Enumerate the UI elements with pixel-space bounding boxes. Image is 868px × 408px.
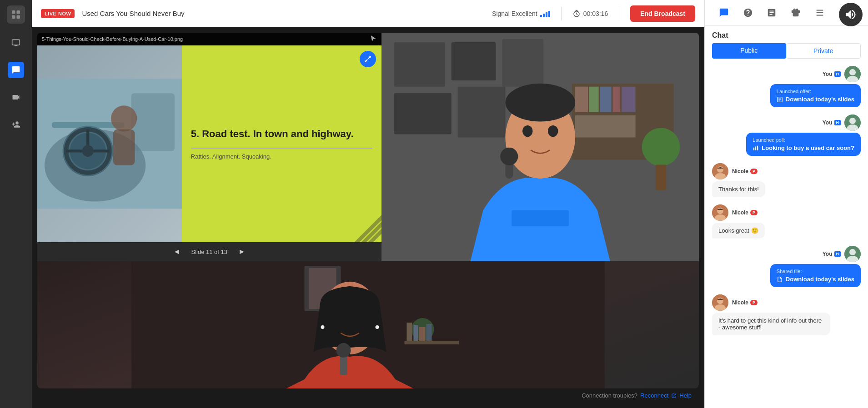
msg-meta-file: You H [823,246,861,262]
svg-point-53 [335,316,343,325]
chat-message-file: You H Shared file: Download today's slid… [712,246,861,287]
nicole-avatar-svg2 [712,204,728,221]
msg-meta-nicole3: Nicole P [712,294,758,311]
cursor-icon [370,35,377,43]
chat-header: Chat [705,26,868,43]
topbar: LIVE NOW Used Cars You Should Never Buy … [32,0,704,27]
file-link[interactable]: Download today's slides [777,276,854,283]
svg-rect-13 [113,129,135,165]
nicole-avatar-1 [712,163,728,179]
slide-nav: ◄ Slide 11 of 13 ► [37,242,381,261]
slide-filename: 5-Things-You-Should-Check-Before-Buying-… [42,36,183,42]
topbar-divider [561,7,562,20]
svg-point-76 [849,249,856,255]
slide-nav-label: Slide 11 of 13 [191,249,228,255]
msg-meta: You H [823,66,861,82]
chat-message-nicole3: Nicole P It's hard to get this kind of i… [712,294,861,335]
slide-subtext: Rattles. Alignment. Squeaking. [191,148,372,160]
slide-header: 5-Things-You-Should-Check-Before-Buying-… [37,33,381,45]
msg-sender-you2: You H [823,119,841,126]
more-panel-icon[interactable] [812,5,828,21]
sidebar-item-video[interactable] [8,89,24,105]
video-area: 5-Things-You-Should-Check-Before-Buying-… [32,27,704,408]
sidebar-item-screen[interactable] [8,35,24,51]
offer-link[interactable]: Download today's slides [777,96,854,103]
msg-meta-poll: You H [823,114,861,131]
speaker-video-svg [381,33,699,261]
chat-panel-icon[interactable] [716,5,732,21]
sidebar-logo [7,5,25,24]
nicole-bubble3: It's hard to get this kind of info out t… [712,313,830,335]
live-badge: LIVE NOW [41,9,75,18]
video-top-row: 5-Things-You-Should-Check-Before-Buying-… [37,33,699,261]
you-avatar-3 [844,246,861,262]
svg-rect-4 [12,40,20,45]
svg-rect-66 [753,147,754,150]
svg-rect-27 [575,87,588,112]
end-broadcast-button[interactable]: End Broadcast [630,5,695,22]
svg-rect-23 [502,39,543,87]
svg-rect-49 [414,325,418,341]
svg-point-60 [849,69,856,75]
slide-image-placeholder [37,45,182,242]
poll-label: Launched poll: [753,137,854,143]
svg-point-36 [505,84,575,122]
slide-panel: 5-Things-You-Should-Check-Before-Buying-… [37,33,381,261]
topbar-title: Used Cars You Should Never Buy [82,10,184,17]
svg-rect-67 [755,146,756,150]
svg-point-40 [642,128,680,166]
slide-next-button[interactable]: ► [235,246,249,258]
tab-public[interactable]: Public [712,43,786,59]
svg-point-34 [522,125,532,137]
host-badge3: H [834,251,841,257]
svg-rect-2 [12,15,15,19]
timer-value: 00:03:16 [583,10,608,17]
svg-rect-51 [426,324,432,341]
offers-panel-icon[interactable] [788,5,804,21]
reconnect-link[interactable]: Reconnect [640,392,668,399]
car-interior-image [37,45,182,242]
attendee-row [37,261,699,388]
svg-point-12 [111,105,137,131]
slide-prev-button[interactable]: ◄ [170,246,184,258]
poll-bubble: Launched poll: Looking to buy a used car… [746,133,861,156]
attendee-video-svg [37,261,699,388]
chat-icon [11,65,20,75]
poll-icon [767,8,777,18]
tab-private[interactable]: Private [786,43,861,59]
svg-rect-28 [589,87,598,112]
avatar-svg3 [844,246,861,262]
signal-label: Signal Excellent [492,10,537,17]
msg-meta-nicole1: Nicole P [712,163,758,179]
chat-message-nicole1: Nicole P Thanks for this! [712,163,861,197]
video-container: 5-Things-You-Should-Check-Before-Buying-… [37,33,699,388]
poll-link[interactable]: Looking to buy a used car soon? [753,144,854,151]
timer: 00:03:16 [572,10,608,18]
logo-icon [10,9,21,20]
host-badge2: H [834,120,841,125]
svg-rect-1 [17,10,20,14]
svg-rect-68 [757,145,758,150]
svg-rect-32 [575,115,636,138]
help-link[interactable]: Help [679,392,692,399]
svg-rect-47 [405,341,459,344]
external-link-icon [671,393,677,398]
sidebar [0,0,32,408]
avatar-svg [844,66,861,82]
msg-sender-nicole1: Nicole P [732,168,758,174]
nicole-avatar-3 [712,294,728,311]
questions-panel-icon[interactable] [740,5,756,21]
sidebar-item-user-add[interactable] [8,116,24,133]
slide-expand-button[interactable] [360,51,376,67]
chat-tab-icon [719,8,729,18]
right-panel: Chat Public Private You [704,0,868,408]
question-icon [743,8,753,18]
svg-rect-3 [17,15,20,19]
sidebar-item-chat[interactable] [8,62,24,78]
msg-sender-you3: You H [823,251,841,257]
expand-icon [364,55,372,63]
volume-icon-large[interactable] [839,3,863,26]
svg-rect-0 [12,10,15,14]
user-add-icon [11,120,20,129]
polls-panel-icon[interactable] [763,5,780,21]
